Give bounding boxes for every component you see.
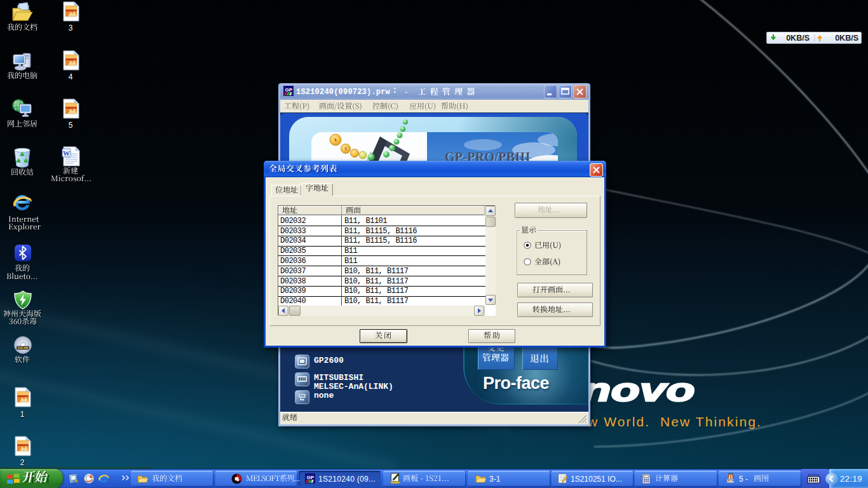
svg-text:0KB/S: 0KB/S [835,34,858,43]
svg-text:W: W [63,149,70,157]
svg-text:GP: GP [285,87,292,93]
svg-text:DVD-RW: DVD-RW [17,346,28,349]
svg-text:GP: GP [306,475,314,480]
svg-text:$: $ [344,146,347,152]
svg-text:0KB/S: 0KB/S [786,34,810,43]
